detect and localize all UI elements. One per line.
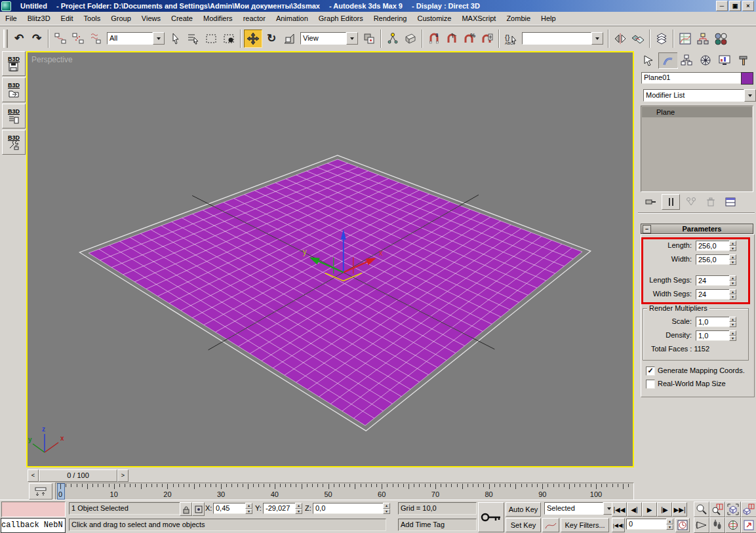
toolbar-grip[interactable] [3, 30, 8, 48]
chevron-down-icon[interactable] [153, 32, 165, 45]
parameters-rollout-header[interactable]: – Parameters [641, 224, 753, 234]
trackbar-ruler[interactable]: 0102030405060708090100 [55, 483, 634, 500]
undo-icon[interactable]: ↶ [10, 30, 28, 47]
field-of-view-icon[interactable] [694, 517, 709, 533]
maxscript-mini-listener[interactable] [1, 502, 66, 517]
add-time-tag[interactable]: Add Time Tag [398, 519, 477, 531]
density-field[interactable]: 1,0 [696, 330, 731, 341]
object-name-field[interactable]: Plane01 [641, 72, 742, 84]
arc-rotate-icon[interactable] [725, 517, 741, 533]
chevron-down-icon[interactable] [744, 89, 756, 102]
real-world-map-size-checkbox[interactable] [646, 380, 655, 389]
percent-snap-icon[interactable]: % [461, 30, 478, 47]
z-coord-spinner[interactable]: ▴▾ [383, 503, 390, 514]
set-keys-key-icon[interactable] [478, 502, 504, 532]
align-icon[interactable] [629, 30, 647, 47]
b3d-export-button[interactable]: B3D [2, 77, 26, 102]
curve-editor-icon[interactable] [677, 30, 694, 47]
zoom-extents-all-icon[interactable] [741, 502, 756, 517]
collapse-icon[interactable]: – [643, 225, 651, 233]
menu-reactor[interactable]: reactor [238, 12, 271, 24]
window-crossing-icon[interactable] [220, 30, 237, 47]
material-editor-icon[interactable] [712, 30, 729, 47]
schematic-view-icon[interactable] [694, 30, 711, 47]
restore-button[interactable]: ▣ [729, 1, 741, 11]
select-and-rotate-icon[interactable]: ↻ [263, 30, 280, 47]
named-selection-dropdown[interactable] [522, 32, 603, 45]
reference-coordinate-dropdown[interactable]: View [300, 32, 358, 45]
current-frame-field[interactable]: 0 [626, 519, 669, 530]
tab-create[interactable] [639, 52, 658, 68]
previous-frame-icon[interactable]: ◀| [627, 502, 642, 517]
density-spinner[interactable]: ▴▾ [729, 330, 736, 341]
remove-modifier-icon[interactable] [702, 195, 719, 209]
viewport-label[interactable]: Perspective [31, 55, 73, 64]
key-mode-toggle-icon[interactable]: |◀◀| [612, 518, 625, 532]
modifier-list-dropdown[interactable]: Modifier List [643, 89, 756, 102]
default-tangent-icon[interactable] [542, 518, 559, 532]
menu-graph-editors[interactable]: Graph Editors [313, 12, 368, 24]
auto-key-button[interactable]: Auto Key [506, 502, 541, 517]
scale-field[interactable]: 1,0 [696, 317, 731, 327]
x-coord-field[interactable]: 0,45 [213, 503, 249, 514]
unlink-selection-icon[interactable] [70, 30, 87, 47]
menu-views[interactable]: Views [136, 12, 166, 24]
tab-motion[interactable] [696, 52, 715, 68]
b3d-settings-button[interactable]: B3D [2, 130, 26, 155]
menu-animation[interactable]: Animation [271, 12, 313, 24]
menu-customize[interactable]: Customize [412, 12, 456, 24]
keyboard-shortcut-override-icon[interactable] [402, 30, 419, 47]
mirror-icon[interactable] [612, 30, 629, 47]
menu-create[interactable]: Create [166, 12, 198, 24]
tab-hierarchy[interactable] [677, 52, 696, 68]
walk-through-icon[interactable] [709, 517, 725, 533]
select-and-manipulate-icon[interactable] [384, 30, 401, 47]
frame-spinner[interactable]: ▴▾ [666, 519, 673, 530]
menu-zombie[interactable]: Zombie [501, 12, 536, 24]
viewport-perspective[interactable]: xyzyx Perspective [26, 51, 634, 467]
play-icon[interactable]: ▶ [642, 502, 657, 517]
zoom-extents-icon[interactable] [725, 502, 741, 517]
x-coord-spinner[interactable]: ▴▾ [245, 503, 252, 514]
select-and-scale-icon[interactable] [281, 30, 298, 47]
selection-lock-icon[interactable] [180, 502, 192, 516]
key-filter-selected-dropdown[interactable]: Selected [544, 502, 615, 515]
chevron-down-icon[interactable] [591, 32, 603, 45]
modifier-stack[interactable]: Plane [641, 106, 753, 192]
previous-frame-arrow[interactable]: < [28, 469, 39, 482]
zoom-all-icon[interactable] [709, 502, 725, 517]
generate-mapping-coords-checkbox[interactable]: ✓ [646, 366, 655, 376]
z-coord-field[interactable]: 0,0 [313, 503, 386, 514]
show-end-result-icon[interactable] [662, 194, 680, 210]
set-key-button[interactable]: Set Key [506, 518, 541, 532]
select-and-move-icon[interactable] [244, 30, 262, 48]
object-color-swatch[interactable] [741, 72, 753, 85]
time-slider-handle[interactable]: 0 / 100 [39, 469, 117, 482]
angle-snap-icon[interactable] [443, 30, 460, 47]
use-pivot-point-icon[interactable] [361, 30, 378, 47]
select-object-icon[interactable] [167, 30, 184, 47]
minimize-button[interactable]: ─ [716, 1, 728, 11]
redo-icon[interactable]: ↷ [28, 30, 45, 47]
scale-spinner[interactable]: ▴▾ [729, 317, 736, 327]
tab-modify[interactable] [658, 52, 678, 69]
absolute-mode-icon[interactable] [192, 502, 205, 516]
maximize-viewport-icon[interactable] [741, 517, 756, 533]
time-configuration-icon[interactable] [675, 518, 690, 532]
tab-utilities[interactable] [734, 52, 753, 68]
next-frame-arrow[interactable]: > [117, 469, 129, 482]
select-and-link-icon[interactable] [52, 30, 69, 47]
zoom-icon[interactable] [694, 502, 709, 517]
edit-named-selection-icon[interactable]: {}ABC [502, 30, 519, 47]
tab-display[interactable] [715, 52, 734, 68]
callback-listener[interactable]: callback NebN [1, 518, 66, 533]
b3d-batch-button[interactable]: B3D [2, 104, 26, 128]
menu-tools[interactable]: Tools [79, 12, 106, 24]
menu-rendering[interactable]: Rendering [368, 12, 412, 24]
rectangular-selection-region-icon[interactable] [203, 30, 220, 47]
menu-maxscript[interactable]: MAXScript [456, 12, 501, 24]
bind-to-space-warp-icon[interactable] [87, 30, 104, 47]
go-to-end-icon[interactable]: ▶▶| [672, 502, 687, 517]
configure-modifier-sets-icon[interactable] [722, 195, 739, 209]
chevron-down-icon[interactable] [346, 32, 358, 45]
